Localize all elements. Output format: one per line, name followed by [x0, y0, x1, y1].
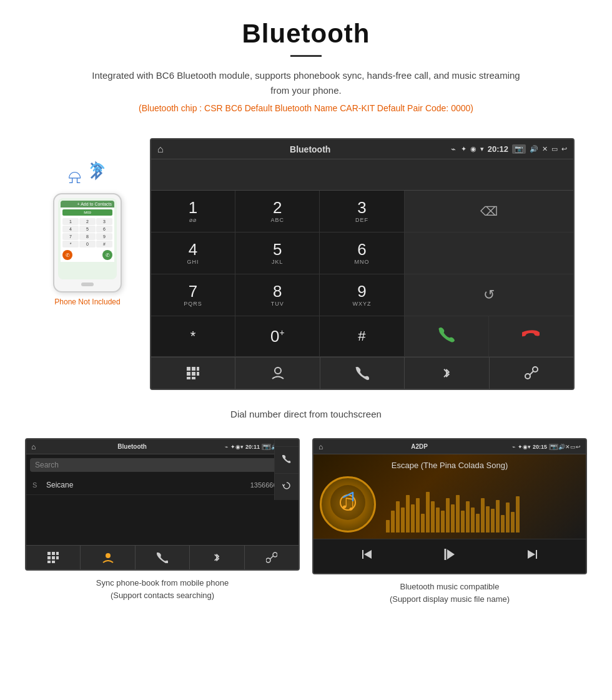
bar-15	[456, 495, 460, 532]
dialpad-4[interactable]: 4	[62, 226, 79, 232]
home-icon[interactable]: ⌂	[157, 144, 164, 155]
phonebook-search-bar[interactable]: Search	[30, 458, 295, 472]
redial-icon: ↺	[483, 287, 495, 303]
ms-vol-icon[interactable]: 🔊	[558, 444, 565, 450]
key-7[interactable]: 7 PQRS	[151, 274, 235, 316]
svg-marker-30	[364, 550, 372, 559]
phone-start-btn[interactable]: ✆	[102, 250, 112, 260]
dialpad-6[interactable]: 6	[96, 226, 112, 232]
music-note-icon: ♫	[329, 484, 367, 521]
key-2[interactable]: 2 ABC	[235, 191, 320, 232]
dialpad-hash[interactable]: #	[96, 241, 112, 248]
bar-22	[491, 509, 495, 532]
key-star[interactable]: *	[151, 316, 235, 357]
phonebook-row[interactable]: S Seicane 13566664466	[26, 476, 299, 495]
nav-grid[interactable]	[151, 358, 235, 389]
phonebook-block: ⌂ Bluetooth ⌁ ✦ ◉ ▾ 20:11 📷 🔊 ✕ ▭ ↩ Sear…	[25, 438, 300, 605]
key-red-call[interactable]	[489, 316, 573, 357]
dial-statusbar: ⌂ Bluetooth ⌁ ✦ ◉ ▾ 20:12 📷 🔊 ✕ ▭ ↩	[151, 139, 573, 159]
svg-rect-20	[52, 556, 55, 559]
red-call-icon	[522, 326, 540, 348]
page-description: Integrated with BC6 Bluetooth module, su…	[87, 68, 525, 98]
key-3[interactable]: 3 DEF	[320, 191, 404, 232]
nav-contacts[interactable]	[235, 358, 320, 389]
dialpad-9[interactable]: 9	[96, 233, 112, 240]
status-time: 20:12	[488, 144, 508, 154]
phone-end-btn[interactable]: ✆	[62, 250, 72, 260]
dialpad-7[interactable]: 7	[62, 233, 79, 240]
dialpad-1[interactable]: 1	[62, 218, 79, 225]
svg-rect-16	[47, 552, 51, 555]
svg-rect-21	[56, 556, 59, 559]
title-divider	[290, 55, 322, 57]
ms-close-icon[interactable]: ✕	[565, 444, 570, 450]
svg-rect-10	[525, 374, 530, 379]
back-status-icon[interactable]: ↩	[561, 145, 567, 153]
bar-12	[441, 511, 445, 532]
pb-redial-icon-right[interactable]	[275, 474, 299, 500]
pb-time: 20:11	[245, 444, 260, 450]
key-hash[interactable]: #	[320, 316, 404, 357]
pb-phone-icon-right[interactable]	[275, 447, 299, 474]
nav-link[interactable]	[490, 358, 573, 389]
car-screen-dial: ⌂ Bluetooth ⌁ ✦ ◉ ▾ 20:12 📷 🔊 ✕ ▭ ↩ 1	[150, 138, 575, 390]
bar-24	[501, 515, 505, 532]
pb-wifi-icon: ▾	[240, 444, 244, 450]
music-prev-btn[interactable]	[360, 547, 375, 566]
ms-home-icon[interactable]: ⌂	[318, 442, 323, 451]
key-9[interactable]: 9 WXYZ	[320, 274, 404, 316]
key-green-call[interactable]	[405, 316, 489, 357]
music-block: ⌂ A2DP ⌁ ✦ ◉ ▾ 20:15 📷 🔊 ✕ ▭ ↩ Escape (T…	[312, 438, 587, 605]
pb-home-icon[interactable]: ⌂	[31, 442, 36, 451]
backspace-icon: ⌫	[480, 204, 498, 219]
dialpad-0[interactable]: 0	[79, 241, 96, 248]
pb-nav-contacts[interactable]	[81, 546, 135, 569]
bar-3	[396, 501, 400, 532]
svg-rect-19	[47, 556, 51, 559]
pb-right-icons	[274, 438, 299, 500]
phone-home-btn[interactable]	[81, 282, 94, 286]
dialpad-2[interactable]: 2	[79, 218, 96, 225]
dialpad-5[interactable]: 5	[79, 226, 96, 232]
key-0[interactable]: 0+	[235, 316, 320, 357]
music-statusbar: ⌂ A2DP ⌁ ✦ ◉ ▾ 20:15 📷 🔊 ✕ ▭ ↩	[313, 439, 586, 454]
volume-status-icon[interactable]: 🔊	[530, 145, 538, 153]
phone-screen-content: M69 1 2 3 4 5 6 7 8 9 * 0 #	[61, 208, 114, 262]
nav-call[interactable]	[320, 358, 405, 389]
music-main-content: ♫	[320, 476, 580, 532]
phonebook-spacer	[26, 495, 299, 545]
close-status-icon[interactable]: ✕	[542, 145, 548, 153]
music-play-btn[interactable]	[442, 547, 457, 566]
dial-display-text	[161, 170, 164, 179]
key-5[interactable]: 5 JKL	[235, 232, 320, 274]
dialpad-star[interactable]: *	[62, 241, 79, 248]
ms-back-icon[interactable]: ↩	[576, 444, 581, 450]
dialpad-3[interactable]: 3	[96, 218, 112, 225]
pb-nav-bt[interactable]	[190, 546, 244, 569]
dialpad-grid: 1 ⌀⌀ 2 ABC 3 DEF ⌫ 4 GHI 5 JKL	[151, 191, 573, 357]
ms-wifi-icon: ▾	[528, 444, 531, 450]
pb-search-icon-right[interactable]	[275, 438, 299, 447]
pb-nav-grid[interactable]	[26, 546, 81, 569]
key-6[interactable]: 6 MNO	[320, 232, 404, 274]
window-status-icon[interactable]: ▭	[551, 145, 558, 153]
key-backspace[interactable]: ⌫	[405, 191, 573, 232]
nav-bluetooth[interactable]	[405, 358, 489, 389]
ms-loc-icon: ◉	[523, 444, 528, 450]
ms-win-icon[interactable]: ▭	[570, 444, 576, 450]
bar-4	[401, 508, 405, 532]
pb-camera-icon[interactable]: 📷	[262, 444, 271, 450]
key-1[interactable]: 1 ⌀⌀	[151, 191, 235, 232]
ms-time: 20:15	[533, 444, 547, 450]
pb-nav-link[interactable]	[245, 546, 299, 569]
ms-camera-icon[interactable]: 📷	[549, 444, 558, 450]
bar-10	[431, 501, 435, 532]
dialpad-8[interactable]: 8	[79, 233, 96, 240]
camera-status-icon[interactable]: 📷	[512, 144, 526, 154]
key-4[interactable]: 4 GHI	[151, 232, 235, 274]
music-next-btn[interactable]	[525, 547, 540, 566]
key-8[interactable]: 8 TUV	[235, 274, 320, 316]
key-redial[interactable]: ↺	[405, 274, 573, 316]
wifi-arc-icon	[89, 157, 106, 175]
pb-nav-call[interactable]	[136, 546, 190, 569]
